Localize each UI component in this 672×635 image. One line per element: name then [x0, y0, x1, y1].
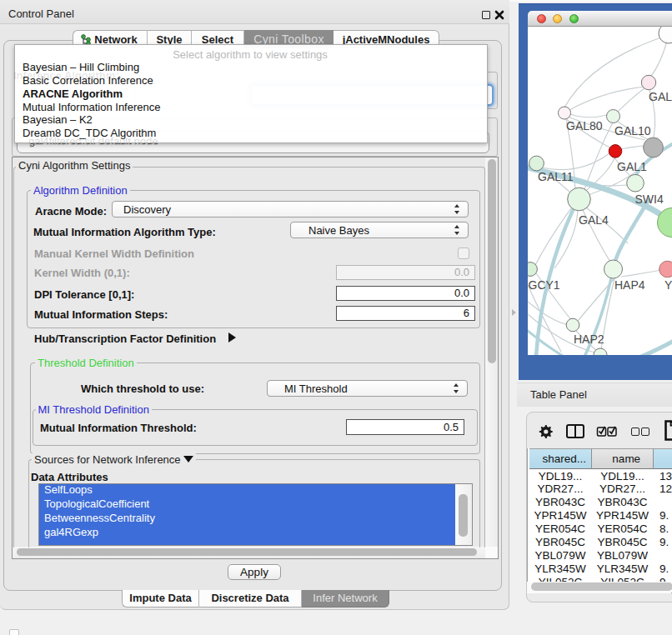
svg-text:YM: YM [664, 278, 672, 292]
svg-text:GAL80: GAL80 [566, 119, 603, 132]
svg-text:SWI4: SWI4 [635, 192, 664, 205]
svg-text:GAL11: GAL11 [538, 169, 574, 182]
svg-text:HAP4: HAP4 [614, 278, 645, 291]
svg-text:GAL1: GAL1 [617, 159, 647, 172]
svg-text:GAL4: GAL4 [579, 212, 609, 226]
svg-text:HAP2: HAP2 [574, 332, 604, 345]
svg-text:GAL10: GAL10 [614, 124, 651, 138]
svg-text:GCY1: GCY1 [529, 278, 560, 292]
svg-text:GAL7: GAL7 [649, 89, 672, 102]
